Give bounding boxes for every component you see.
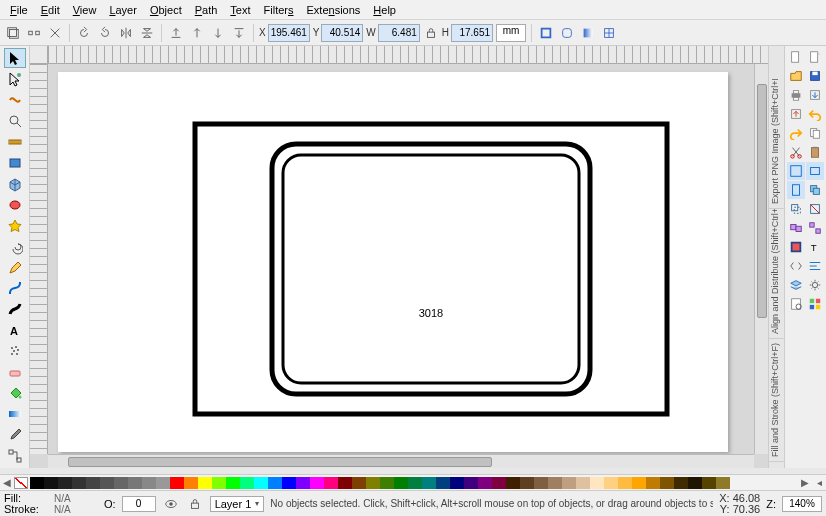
layer-visibility-icon[interactable]: [162, 495, 180, 513]
zoom-drawing-icon[interactable]: [806, 162, 824, 180]
canvas-viewport[interactable]: 3018: [48, 64, 754, 454]
color-swatch[interactable]: [604, 477, 618, 489]
dock-tab-fill-stroke[interactable]: Fill and Stroke (Shift+Ctrl+F): [769, 339, 784, 462]
menu-view[interactable]: View: [67, 2, 103, 18]
affect-corners-icon[interactable]: [558, 24, 576, 42]
print-icon[interactable]: [787, 86, 805, 104]
menu-text[interactable]: Text: [224, 2, 256, 18]
color-swatch[interactable]: [324, 477, 338, 489]
color-swatch[interactable]: [352, 477, 366, 489]
color-swatch[interactable]: [632, 477, 646, 489]
text-tool-icon[interactable]: A: [4, 320, 26, 340]
flip-v-icon[interactable]: [138, 24, 156, 42]
color-swatch[interactable]: [226, 477, 240, 489]
menu-edit[interactable]: Edit: [35, 2, 66, 18]
lock-ratio-icon[interactable]: [423, 25, 439, 41]
box3d-tool-icon[interactable]: [4, 174, 26, 194]
redo-icon[interactable]: [787, 124, 805, 142]
gradient-tool-icon[interactable]: [4, 404, 26, 424]
deselect-icon[interactable]: [46, 24, 64, 42]
text-dialog-icon[interactable]: T: [806, 238, 824, 256]
circle-tool-icon[interactable]: [4, 195, 26, 215]
color-swatch[interactable]: [198, 477, 212, 489]
group-icon[interactable]: [787, 219, 805, 237]
y-input[interactable]: [321, 24, 363, 42]
menu-object[interactable]: Object: [144, 2, 188, 18]
color-swatch[interactable]: [464, 477, 478, 489]
spiral-tool-icon[interactable]: [4, 237, 26, 257]
xml-editor-icon[interactable]: [787, 257, 805, 275]
color-swatch[interactable]: [100, 477, 114, 489]
scrollbar-thumb[interactable]: [757, 84, 767, 318]
color-swatch[interactable]: [450, 477, 464, 489]
tweak-tool-icon[interactable]: [4, 90, 26, 110]
color-swatch[interactable]: [128, 477, 142, 489]
color-swatch[interactable]: [254, 477, 268, 489]
horizontal-scrollbar[interactable]: [48, 454, 754, 468]
fill-stroke-dialog-icon[interactable]: [787, 238, 805, 256]
color-swatch[interactable]: [618, 477, 632, 489]
lower-icon[interactable]: [209, 24, 227, 42]
preferences-icon[interactable]: [806, 276, 824, 294]
color-swatch[interactable]: [296, 477, 310, 489]
color-swatch[interactable]: [660, 477, 674, 489]
duplicate-icon[interactable]: [806, 181, 824, 199]
vertical-ruler[interactable]: [30, 64, 48, 454]
dock-tab-align[interactable]: Align and Distribute (Shift+Ctrl+A): [769, 209, 784, 339]
color-swatch[interactable]: [72, 477, 86, 489]
doc-new-icon[interactable]: [787, 48, 805, 66]
clone-icon[interactable]: [787, 200, 805, 218]
spray-tool-icon[interactable]: [4, 341, 26, 361]
menu-filters[interactable]: Filters: [258, 2, 300, 18]
color-swatch[interactable]: [478, 477, 492, 489]
menu-layer[interactable]: Layer: [103, 2, 143, 18]
ruler-corner[interactable]: [30, 46, 48, 64]
color-swatch[interactable]: [422, 477, 436, 489]
menu-extensions[interactable]: Extensions: [301, 2, 367, 18]
color-swatch[interactable]: [688, 477, 702, 489]
color-swatch[interactable]: [212, 477, 226, 489]
h-input[interactable]: [451, 24, 493, 42]
color-swatch[interactable]: [30, 477, 44, 489]
color-swatch[interactable]: [674, 477, 688, 489]
selectors-icon[interactable]: [806, 295, 824, 313]
palette-scroll-left-icon[interactable]: ◀: [0, 477, 14, 488]
raise-icon[interactable]: [188, 24, 206, 42]
menu-file[interactable]: File: [4, 2, 34, 18]
color-swatch[interactable]: [646, 477, 660, 489]
paintbucket-tool-icon[interactable]: [4, 383, 26, 403]
no-color-swatch[interactable]: [14, 477, 28, 489]
color-swatch[interactable]: [408, 477, 422, 489]
color-swatch[interactable]: [548, 477, 562, 489]
zoom-input[interactable]: [782, 496, 822, 512]
color-swatch[interactable]: [394, 477, 408, 489]
connector-tool-icon[interactable]: [4, 446, 26, 466]
color-swatch[interactable]: [562, 477, 576, 489]
opacity-input[interactable]: [122, 496, 156, 512]
import-icon[interactable]: [806, 86, 824, 104]
zoom-fit-icon[interactable]: [787, 162, 805, 180]
scrollbar-thumb[interactable]: [68, 457, 492, 467]
color-swatch[interactable]: [86, 477, 100, 489]
color-swatch[interactable]: [366, 477, 380, 489]
calligraphy-tool-icon[interactable]: [4, 299, 26, 319]
fill-stroke-indicator[interactable]: Fill: Stroke:: [4, 493, 48, 515]
lower-bottom-icon[interactable]: [230, 24, 248, 42]
layer-lock-icon[interactable]: [186, 495, 204, 513]
unit-combo[interactable]: mm: [496, 24, 526, 42]
rect-tool-icon[interactable]: [4, 153, 26, 173]
export-icon[interactable]: [787, 105, 805, 123]
doc-props-icon[interactable]: [787, 295, 805, 313]
copy-icon[interactable]: [806, 124, 824, 142]
color-swatch[interactable]: [156, 477, 170, 489]
star-tool-icon[interactable]: [4, 216, 26, 236]
dropper-tool-icon[interactable]: [4, 425, 26, 445]
color-swatch[interactable]: [702, 477, 716, 489]
menu-path[interactable]: Path: [189, 2, 224, 18]
save-icon[interactable]: [806, 67, 824, 85]
color-swatch[interactable]: [380, 477, 394, 489]
color-swatch[interactable]: [170, 477, 184, 489]
color-swatch[interactable]: [240, 477, 254, 489]
ungroup-icon[interactable]: [806, 219, 824, 237]
eraser-tool-icon[interactable]: [4, 362, 26, 382]
